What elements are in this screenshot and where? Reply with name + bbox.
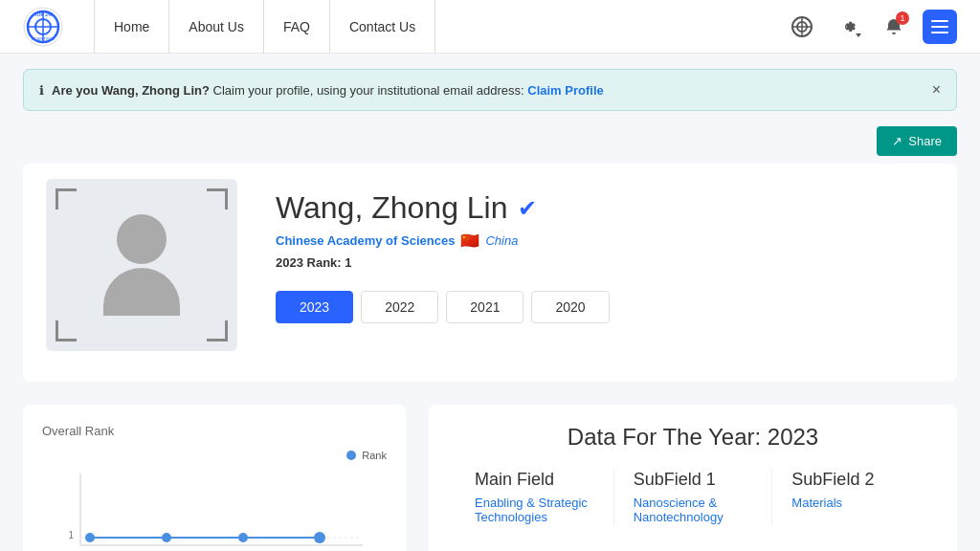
field-sub1: SubField 1 Nanoscience & Nanotechnology <box>614 470 773 524</box>
nav-faq[interactable]: FAQ <box>264 0 330 54</box>
chart-legend: Rank <box>42 450 387 461</box>
country-flag: 🇨🇳 <box>460 231 479 250</box>
settings-button[interactable] <box>831 10 865 44</box>
hamburger-line-2 <box>931 26 948 28</box>
nav-about[interactable]: About Us <box>169 0 264 54</box>
svg-text:1: 1 <box>68 530 74 540</box>
verified-icon: ✔ <box>518 195 537 222</box>
nav-home[interactable]: Home <box>94 0 169 54</box>
alert-text: Are you Wang, Zhong Lin? Claim your prof… <box>52 83 604 98</box>
share-button[interactable]: ↗ Share <box>877 126 957 156</box>
alert-name: Are you Wang, Zhong Lin? <box>52 83 210 98</box>
svg-point-18 <box>238 533 248 542</box>
subfield1-label: SubField 1 <box>634 470 753 490</box>
corner-tr <box>207 188 228 209</box>
corner-tl <box>56 188 77 209</box>
subfield2-label: SubField 2 <box>791 470 911 490</box>
notification-badge: 1 <box>896 11 909 25</box>
rank-value: 1 <box>345 255 351 270</box>
svg-text:SCIENTISTS: SCIENTISTS <box>32 36 55 41</box>
avatar-body <box>103 268 180 316</box>
year-tab-2020[interactable]: 2020 <box>531 291 609 323</box>
corner-br <box>207 320 228 342</box>
year-tab-2022[interactable]: 2022 <box>361 291 438 323</box>
hamburger-line-3 <box>931 32 948 33</box>
main-field-label: Main Field <box>475 470 594 490</box>
share-area: ↗ Share <box>0 126 980 164</box>
field-main: Main Field Enabling & Strategic Technolo… <box>456 470 614 524</box>
chart-panel: Overall Rank Rank 1 <box>23 405 406 551</box>
profile-name: Wang, Zhong Lin ✔ <box>276 190 610 226</box>
chart-title: Overall Rank <box>42 424 387 438</box>
avatar-container <box>46 179 237 351</box>
svg-point-17 <box>162 533 171 542</box>
country-name: China <box>485 233 518 248</box>
share-icon: ↗ <box>892 134 902 148</box>
profile-name-text: Wang, Zhong Lin <box>276 190 508 226</box>
chart-area: 1 2020 2021 2022 2023 <box>42 469 387 551</box>
avatar-frame <box>56 188 228 342</box>
alert-close-button[interactable]: × <box>932 81 941 99</box>
profile-rank: 2023 Rank: 1 <box>276 255 610 270</box>
alert-body: Claim your profile, using your instituti… <box>213 83 528 98</box>
hamburger-line-1 <box>931 20 948 22</box>
svg-marker-11 <box>856 33 861 37</box>
claim-profile-link[interactable]: Claim Profile <box>527 83 603 98</box>
legend-dot <box>346 451 356 460</box>
svg-text:TOP 2%: TOP 2% <box>34 11 53 17</box>
fields-panel: Data For The Year: 2023 Main Field Enabl… <box>429 405 957 551</box>
avatar-silhouette <box>103 214 180 316</box>
main-field-value: Enabling & Strategic Technologies <box>475 496 594 524</box>
navbar: TOP 2% SCIENTISTS Home About Us FAQ Cont… <box>0 0 980 54</box>
legend-label: Rank <box>362 450 387 461</box>
year-tabs: 2023 2022 2021 2020 <box>276 291 610 323</box>
subfield1-value: Nanoscience & Nanotechnology <box>634 496 753 524</box>
nav-contact[interactable]: Contact Us <box>330 0 435 54</box>
corner-bl <box>56 320 77 342</box>
info-icon: ℹ <box>39 83 44 98</box>
profile-institution[interactable]: Chinese Academy of Sciences 🇨🇳 China <box>276 231 610 250</box>
year-tab-2021[interactable]: 2021 <box>446 291 523 323</box>
field-sub2: SubField 2 Materials <box>772 470 930 524</box>
nav-links: Home About Us FAQ Contact Us <box>94 0 785 54</box>
institution-name: Chinese Academy of Sciences <box>276 233 455 248</box>
logo[interactable]: TOP 2% SCIENTISTS <box>23 7 63 47</box>
svg-point-16 <box>85 533 95 542</box>
hamburger-button[interactable] <box>923 10 957 44</box>
profile-info: Wang, Zhong Lin ✔ Chinese Academy of Sci… <box>276 179 610 323</box>
profile-section: Wang, Zhong Lin ✔ Chinese Academy of Sci… <box>23 164 957 382</box>
logo-circle-button[interactable] <box>785 10 819 44</box>
year-tab-2023[interactable]: 2023 <box>276 291 353 323</box>
svg-point-19 <box>314 532 325 543</box>
alert-banner: ℹ Are you Wang, Zhong Lin? Claim your pr… <box>23 69 957 111</box>
rank-label: 2023 Rank: <box>276 255 342 270</box>
data-section: Overall Rank Rank 1 <box>23 405 957 551</box>
fields-title: Data For The Year: 2023 <box>456 424 930 451</box>
fields-grid: Main Field Enabling & Strategic Technolo… <box>456 470 930 524</box>
nav-right-icons: 1 <box>785 10 957 44</box>
avatar-head <box>117 214 167 264</box>
subfield2-value: Materials <box>791 496 911 510</box>
notifications-button[interactable]: 1 <box>877 10 911 44</box>
share-label: Share <box>908 134 942 148</box>
